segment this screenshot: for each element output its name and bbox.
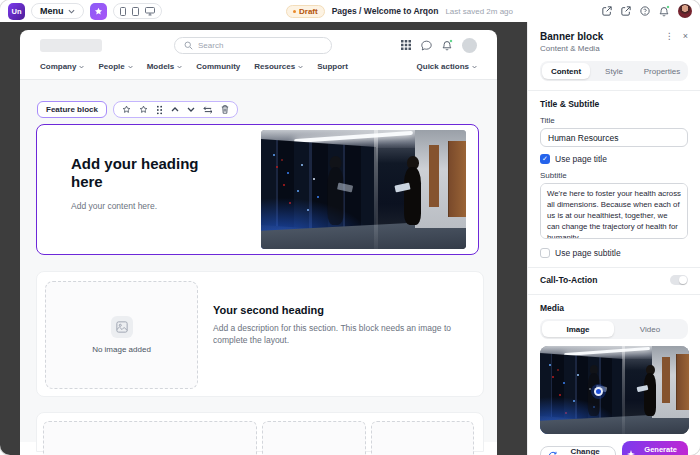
chevron-down-icon <box>68 9 75 14</box>
site-avatar-placeholder[interactable] <box>462 38 477 53</box>
content-placeholder[interactable] <box>371 421 474 455</box>
banner-heading[interactable]: Add your heading here <box>71 155 231 191</box>
kebab-menu-icon[interactable]: ⋮ <box>665 31 674 41</box>
notifications-bell-icon[interactable] <box>659 6 669 17</box>
second-block-heading[interactable]: Your second heading <box>213 304 324 316</box>
move-up-icon[interactable] <box>171 107 179 112</box>
sync-icon <box>548 451 558 455</box>
site-search-input[interactable]: Search <box>174 37 332 54</box>
cta-label: Call-To-Action <box>540 275 597 285</box>
breadcrumb[interactable]: Pages / Welcome to Arqon <box>332 6 439 16</box>
nav-item-community[interactable]: Community <box>196 62 240 71</box>
draft-dot-icon <box>293 10 296 13</box>
server-corridor-thumbnail <box>540 346 689 434</box>
tablet-preview-button[interactable] <box>132 7 139 16</box>
nav-item-models[interactable]: Models <box>147 62 183 71</box>
focal-point-marker[interactable] <box>594 387 603 396</box>
subtitle-field-label: Subtitle <box>540 171 688 180</box>
sparkle-icon <box>627 450 635 455</box>
chat-icon[interactable] <box>421 40 432 51</box>
second-block-description[interactable]: Add a description for this section. This… <box>213 322 465 346</box>
site-bell-icon[interactable] <box>442 40 452 51</box>
image-upload-placeholder[interactable]: No image added <box>45 281 198 389</box>
chevron-down-icon <box>177 65 182 69</box>
title-subtitle-heading: Title & Subtitle <box>540 99 688 109</box>
swap-block-icon[interactable] <box>203 106 213 114</box>
feature-block-label: Feature block <box>37 101 107 118</box>
desktop-preview-button[interactable] <box>145 7 155 16</box>
nav-item-people[interactable]: People <box>98 62 132 71</box>
nav-item-support[interactable]: Support <box>317 62 348 71</box>
last-saved-label: Last saved 2m ago <box>445 7 513 16</box>
divider <box>528 90 700 91</box>
second-block[interactable]: No image added Your second heading Add a… <box>36 271 484 397</box>
chevron-down-icon <box>128 65 133 69</box>
panel-subtitle: Content & Media <box>540 44 603 53</box>
banner-content-text[interactable]: Add your content here. <box>71 201 157 211</box>
close-icon[interactable]: × <box>683 31 688 41</box>
generate-label: Generate with Indi <box>638 445 684 455</box>
app-logo[interactable]: Un <box>8 3 25 20</box>
user-avatar[interactable] <box>678 4 692 18</box>
page-body: Feature block <box>20 79 497 442</box>
change-media-label: Change media <box>562 447 608 455</box>
tab-content[interactable]: Content <box>542 63 590 79</box>
nav-item-company[interactable]: Company <box>40 62 84 71</box>
block-toolbar <box>113 101 238 118</box>
no-image-label: No image added <box>92 345 151 354</box>
subtitle-textarea[interactable]: We're here to foster your health across … <box>540 183 688 239</box>
banner-block-selected[interactable]: Add your heading here Add your content h… <box>36 124 479 255</box>
title-input[interactable] <box>540 128 688 147</box>
change-media-button[interactable]: Change media <box>540 446 616 455</box>
panel-title: Banner block <box>540 31 603 43</box>
media-thumbnail[interactable] <box>540 346 689 434</box>
use-page-title-label: Use page title <box>555 154 607 164</box>
apps-grid-icon[interactable] <box>401 40 411 50</box>
use-page-title-row[interactable]: ✓ Use page title <box>540 154 688 164</box>
cta-toggle[interactable] <box>670 275 688 285</box>
tab-style[interactable]: Style <box>590 63 638 79</box>
nav-item-resources[interactable]: Resources <box>254 62 303 71</box>
image-icon <box>111 316 133 338</box>
favorites-button[interactable] <box>90 3 107 20</box>
tab-video[interactable]: Video <box>614 321 686 337</box>
device-preview-switcher <box>113 3 162 19</box>
divider <box>528 294 700 295</box>
mobile-preview-button[interactable] <box>120 7 126 16</box>
use-page-subtitle-label: Use page subtitle <box>555 248 621 258</box>
content-placeholder[interactable] <box>262 421 367 455</box>
tab-properties[interactable]: Properties <box>638 63 686 79</box>
delete-block-icon[interactable] <box>221 105 229 114</box>
draft-status-badge: Draft <box>286 5 325 18</box>
title-field-label: Title <box>540 116 688 125</box>
tab-image[interactable]: Image <box>542 321 614 337</box>
use-page-subtitle-row[interactable]: Use page subtitle <box>540 248 688 258</box>
media-buttons: Change media Generate with Indi <box>540 441 688 455</box>
banner-image[interactable] <box>261 130 466 249</box>
move-down-icon[interactable] <box>187 107 195 112</box>
site-header-icons <box>401 38 477 53</box>
open-preview-icon[interactable] <box>621 6 631 16</box>
chevron-down-icon <box>472 65 477 69</box>
site-nav: Company People Models Community Resource… <box>20 60 497 79</box>
cta-row: Call-To-Action <box>540 275 688 285</box>
share-icon[interactable] <box>602 6 612 16</box>
generate-with-indi-button[interactable]: Generate with Indi <box>622 441 688 455</box>
media-tabs: Image Video <box>540 319 688 339</box>
star-outline-icon[interactable] <box>139 105 148 114</box>
content-placeholder[interactable] <box>43 421 257 455</box>
quick-actions-menu[interactable]: Quick actions <box>417 62 477 71</box>
drag-handle-icon[interactable] <box>156 105 163 115</box>
star-icon[interactable] <box>122 105 131 114</box>
divider <box>528 267 700 268</box>
star-icon <box>94 7 103 16</box>
checkbox-checked-icon[interactable]: ✓ <box>540 154 550 164</box>
draft-badge-label: Draft <box>299 7 318 16</box>
panel-header: Banner block Content & Media ⋮ × <box>540 31 688 53</box>
menu-button[interactable]: Menu <box>31 3 84 19</box>
third-block-partial[interactable] <box>36 412 484 452</box>
checkbox-empty-icon[interactable] <box>540 248 550 258</box>
app-window: Un Menu Draft <box>0 0 700 455</box>
editor-workspace: Search Com <box>0 22 527 455</box>
help-icon[interactable] <box>640 6 650 16</box>
